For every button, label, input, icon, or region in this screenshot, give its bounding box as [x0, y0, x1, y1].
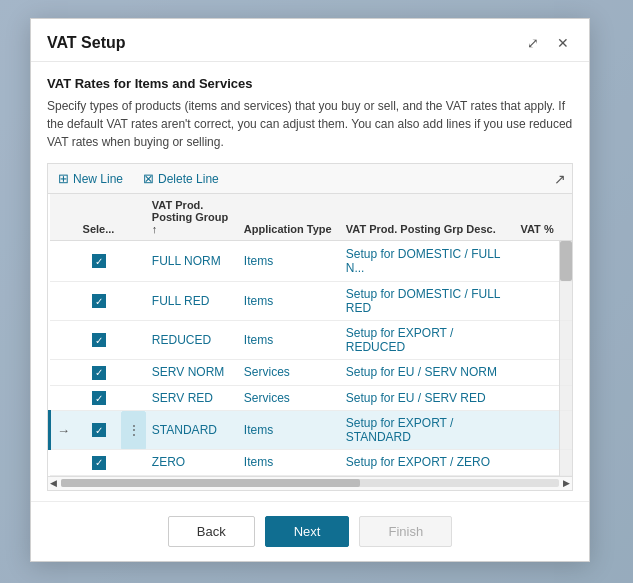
row-checkbox-cell[interactable]: ✓ — [77, 321, 122, 360]
delete-line-button[interactable]: ⊠ Delete Line — [139, 169, 223, 188]
table-row: ✓FULL REDItemsSetup for DOMESTIC / FULL … — [50, 282, 573, 321]
table-row: ✓REDUCEDItemsSetup for EXPORT / REDUCED — [50, 321, 573, 360]
row-vat-pct — [513, 385, 559, 411]
row-checkbox-cell[interactable]: ✓ — [77, 241, 122, 282]
scroll-left-arrow[interactable]: ◀ — [50, 478, 57, 488]
col-header-app-type: Application Type — [238, 194, 340, 241]
scroll-right-arrow[interactable]: ▶ — [563, 478, 570, 488]
row-context-menu-button — [121, 450, 146, 476]
col-header-arrow — [50, 194, 77, 241]
row-scroll-cell — [560, 450, 572, 476]
expand-icon[interactable]: ⤢ — [523, 33, 543, 53]
new-line-button[interactable]: ⊞ New Line — [54, 169, 127, 188]
row-vat-prod[interactable]: FULL NORM — [146, 241, 238, 282]
col-header-dots — [121, 194, 146, 241]
row-context-menu-button — [121, 282, 146, 321]
row-app-type: Services — [238, 385, 340, 411]
dialog-header-icons: ⤢ ✕ — [523, 33, 573, 53]
table-row: ✓SERV NORMServicesSetup for EU / SERV NO… — [50, 360, 573, 386]
row-checkbox[interactable]: ✓ — [92, 391, 106, 405]
delete-line-icon: ⊠ — [143, 171, 154, 186]
row-vat-pct — [513, 411, 559, 450]
row-vat-pct — [513, 282, 559, 321]
row-vat-prod[interactable]: STANDARD — [146, 411, 238, 450]
row-app-type: Services — [238, 360, 340, 386]
row-vat-prod[interactable]: REDUCED — [146, 321, 238, 360]
row-scroll-cell — [560, 411, 572, 450]
dialog-header: VAT Setup ⤢ ✕ — [31, 19, 589, 62]
row-checkbox[interactable]: ✓ — [92, 366, 106, 380]
table-row: ✓SERV REDServicesSetup for EU / SERV RED — [50, 385, 573, 411]
row-checkbox[interactable]: ✓ — [92, 423, 106, 437]
row-app-type: Items — [238, 241, 340, 282]
col-header-vat-desc: VAT Prod. Posting Grp Desc. — [340, 194, 514, 241]
table-header-row: Sele... VAT Prod.Posting Group ↑ Applica… — [50, 194, 573, 241]
col-header-scroll — [560, 194, 572, 241]
row-arrow — [50, 385, 77, 411]
section-desc: Specify types of products (items and ser… — [47, 97, 573, 151]
table-row: ✓FULL NORMItemsSetup for DOMESTIC / FULL… — [50, 241, 573, 282]
section-title: VAT Rates for Items and Services — [47, 76, 573, 91]
row-app-type: Items — [238, 321, 340, 360]
row-context-menu-button — [121, 241, 146, 282]
row-vat-prod[interactable]: SERV RED — [146, 385, 238, 411]
dialog-footer: Back Next Finish — [31, 501, 589, 561]
row-vat-desc: Setup for EXPORT / REDUCED — [340, 321, 514, 360]
new-line-icon: ⊞ — [58, 171, 69, 186]
row-scroll-cell — [560, 282, 572, 321]
col-header-vat-pct: VAT % — [513, 194, 559, 241]
row-checkbox-cell[interactable]: ✓ — [77, 450, 122, 476]
row-scroll-cell — [560, 385, 572, 411]
row-scroll-cell — [560, 241, 572, 282]
row-vat-prod[interactable]: FULL RED — [146, 282, 238, 321]
dialog-body: VAT Rates for Items and Services Specify… — [31, 62, 589, 501]
delete-line-label: Delete Line — [158, 172, 219, 186]
row-checkbox-cell[interactable]: ✓ — [77, 411, 122, 450]
back-button[interactable]: Back — [168, 516, 255, 547]
scroll-thumb — [61, 479, 360, 487]
row-vat-pct — [513, 360, 559, 386]
table-body: ✓FULL NORMItemsSetup for DOMESTIC / FULL… — [50, 241, 573, 476]
row-arrow — [50, 282, 77, 321]
row-vat-desc: Setup for EU / SERV RED — [340, 385, 514, 411]
vat-setup-dialog: VAT Setup ⤢ ✕ VAT Rates for Items and Se… — [30, 18, 590, 562]
row-vat-desc: Setup for EXPORT / ZERO — [340, 450, 514, 476]
row-checkbox-cell[interactable]: ✓ — [77, 282, 122, 321]
row-checkbox[interactable]: ✓ — [92, 294, 106, 308]
row-vat-desc: Setup for DOMESTIC / FULL RED — [340, 282, 514, 321]
row-arrow — [50, 321, 77, 360]
new-line-label: New Line — [73, 172, 123, 186]
row-vat-desc: Setup for EXPORT / STANDARD — [340, 411, 514, 450]
row-context-menu-button — [121, 360, 146, 386]
row-checkbox-cell[interactable]: ✓ — [77, 385, 122, 411]
row-vat-desc: Setup for EU / SERV NORM — [340, 360, 514, 386]
table-toolbar: ⊞ New Line ⊠ Delete Line ↗ — [47, 163, 573, 193]
row-scroll-cell — [560, 360, 572, 386]
row-vat-desc: Setup for DOMESTIC / FULL N... — [340, 241, 514, 282]
row-vat-prod[interactable]: SERV NORM — [146, 360, 238, 386]
share-icon[interactable]: ↗ — [554, 171, 566, 187]
row-app-type: Items — [238, 450, 340, 476]
col-header-vat-prod[interactable]: VAT Prod.Posting Group ↑ — [146, 194, 238, 241]
row-arrow: → — [50, 411, 77, 450]
row-checkbox-cell[interactable]: ✓ — [77, 360, 122, 386]
row-checkbox[interactable]: ✓ — [92, 254, 106, 268]
close-icon[interactable]: ✕ — [553, 33, 573, 53]
next-button[interactable]: Next — [265, 516, 350, 547]
row-context-menu-button[interactable]: ⋮ — [121, 411, 146, 450]
row-scroll-cell — [560, 321, 572, 360]
row-arrow — [50, 241, 77, 282]
row-vat-pct — [513, 450, 559, 476]
row-app-type: Items — [238, 282, 340, 321]
row-checkbox[interactable]: ✓ — [92, 333, 106, 347]
row-vat-pct — [513, 321, 559, 360]
row-arrow — [50, 360, 77, 386]
row-context-menu-button — [121, 385, 146, 411]
scroll-track[interactable] — [61, 479, 559, 487]
toolbar-left: ⊞ New Line ⊠ Delete Line — [54, 169, 223, 188]
col-header-select: Sele... — [77, 194, 122, 241]
row-checkbox[interactable]: ✓ — [92, 456, 106, 470]
row-arrow — [50, 450, 77, 476]
horizontal-scrollbar[interactable]: ◀ ▶ — [47, 477, 573, 491]
row-vat-prod[interactable]: ZERO — [146, 450, 238, 476]
